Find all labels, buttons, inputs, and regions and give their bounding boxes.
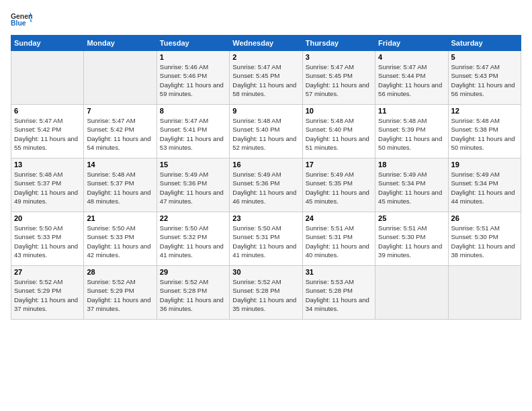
day-number: 17 — [306, 161, 372, 169]
day-info: Sunrise: 5:49 AM Sunset: 5:34 PM Dayligh… — [451, 170, 518, 205]
day-info: Sunrise: 5:51 AM Sunset: 5:30 PM Dayligh… — [451, 224, 518, 259]
day-header-monday: Monday — [84, 36, 157, 51]
day-number: 21 — [87, 214, 153, 222]
calendar-cell: 28Sunrise: 5:52 AM Sunset: 5:29 PM Dayli… — [84, 266, 157, 320]
day-info: Sunrise: 5:47 AM Sunset: 5:42 PM Dayligh… — [87, 116, 153, 152]
day-number: 5 — [451, 53, 518, 61]
calendar-cell: 17Sunrise: 5:49 AM Sunset: 5:35 PM Dayli… — [302, 158, 375, 212]
day-number: 30 — [232, 268, 299, 276]
day-number: 31 — [306, 268, 372, 276]
svg-text:Blue: Blue — [11, 19, 26, 27]
day-number: 7 — [87, 107, 153, 115]
day-number: 3 — [306, 53, 372, 61]
calendar-cell — [84, 51, 157, 105]
day-number: 2 — [232, 53, 299, 61]
calendar-cell: 21Sunrise: 5:50 AM Sunset: 5:33 PM Dayli… — [84, 212, 157, 266]
day-header-saturday: Saturday — [448, 36, 521, 51]
day-number: 13 — [14, 161, 81, 169]
day-info: Sunrise: 5:47 AM Sunset: 5:45 PM Dayligh… — [306, 62, 372, 98]
calendar-cell: 15Sunrise: 5:49 AM Sunset: 5:36 PM Dayli… — [157, 158, 229, 212]
calendar-cell — [11, 51, 84, 105]
calendar-cell: 13Sunrise: 5:48 AM Sunset: 5:37 PM Dayli… — [11, 158, 84, 212]
day-number: 8 — [160, 107, 226, 115]
day-number: 22 — [160, 214, 226, 222]
day-number: 9 — [232, 107, 299, 115]
day-number: 24 — [306, 214, 372, 222]
calendar-cell: 1Sunrise: 5:46 AM Sunset: 5:46 PM Daylig… — [157, 51, 229, 105]
calendar-cell: 26Sunrise: 5:51 AM Sunset: 5:30 PM Dayli… — [448, 212, 521, 266]
day-info: Sunrise: 5:49 AM Sunset: 5:36 PM Dayligh… — [232, 170, 299, 205]
calendar-cell: 27Sunrise: 5:52 AM Sunset: 5:29 PM Dayli… — [11, 266, 84, 320]
day-header-sunday: Sunday — [11, 36, 84, 51]
calendar-cell: 6Sunrise: 5:47 AM Sunset: 5:42 PM Daylig… — [11, 105, 84, 158]
calendar-cell: 10Sunrise: 5:48 AM Sunset: 5:40 PM Dayli… — [302, 105, 375, 158]
day-header-friday: Friday — [375, 36, 448, 51]
calendar-cell: 7Sunrise: 5:47 AM Sunset: 5:42 PM Daylig… — [84, 105, 157, 158]
day-number: 12 — [451, 107, 518, 115]
day-info: Sunrise: 5:52 AM Sunset: 5:28 PM Dayligh… — [160, 277, 226, 313]
day-info: Sunrise: 5:48 AM Sunset: 5:38 PM Dayligh… — [451, 116, 518, 152]
calendar-cell: 4Sunrise: 5:47 AM Sunset: 5:44 PM Daylig… — [375, 51, 448, 105]
calendar-cell: 11Sunrise: 5:48 AM Sunset: 5:39 PM Dayli… — [375, 105, 448, 158]
calendar-cell: 14Sunrise: 5:48 AM Sunset: 5:37 PM Dayli… — [84, 158, 157, 212]
calendar-cell: 31Sunrise: 5:53 AM Sunset: 5:28 PM Dayli… — [302, 266, 375, 320]
day-info: Sunrise: 5:47 AM Sunset: 5:42 PM Dayligh… — [14, 116, 81, 152]
calendar-cell — [448, 266, 521, 320]
calendar-cell: 9Sunrise: 5:48 AM Sunset: 5:40 PM Daylig… — [230, 105, 302, 158]
day-info: Sunrise: 5:48 AM Sunset: 5:40 PM Dayligh… — [306, 116, 372, 152]
calendar-cell: 30Sunrise: 5:52 AM Sunset: 5:28 PM Dayli… — [230, 266, 302, 320]
svg-text:General: General — [11, 13, 32, 20]
day-number: 25 — [378, 214, 445, 222]
day-info: Sunrise: 5:51 AM Sunset: 5:30 PM Dayligh… — [378, 224, 445, 259]
calendar-cell: 2Sunrise: 5:47 AM Sunset: 5:45 PM Daylig… — [230, 51, 302, 105]
calendar-body: 1Sunrise: 5:46 AM Sunset: 5:46 PM Daylig… — [11, 51, 521, 320]
day-info: Sunrise: 5:50 AM Sunset: 5:33 PM Dayligh… — [87, 224, 153, 259]
day-number: 11 — [378, 107, 445, 115]
calendar-week-4: 20Sunrise: 5:50 AM Sunset: 5:33 PM Dayli… — [11, 212, 521, 266]
day-number: 16 — [232, 161, 299, 169]
calendar-week-3: 13Sunrise: 5:48 AM Sunset: 5:37 PM Dayli… — [11, 158, 521, 212]
day-info: Sunrise: 5:48 AM Sunset: 5:37 PM Dayligh… — [14, 170, 81, 205]
calendar-cell: 3Sunrise: 5:47 AM Sunset: 5:45 PM Daylig… — [302, 51, 375, 105]
day-number: 15 — [160, 161, 226, 169]
calendar-cell: 25Sunrise: 5:51 AM Sunset: 5:30 PM Dayli… — [375, 212, 448, 266]
calendar-cell: 29Sunrise: 5:52 AM Sunset: 5:28 PM Dayli… — [157, 266, 229, 320]
calendar-week-5: 27Sunrise: 5:52 AM Sunset: 5:29 PM Dayli… — [11, 266, 521, 320]
day-info: Sunrise: 5:50 AM Sunset: 5:31 PM Dayligh… — [232, 224, 299, 259]
page-header: General Blue — [11, 11, 521, 30]
calendar-week-1: 1Sunrise: 5:46 AM Sunset: 5:46 PM Daylig… — [11, 51, 521, 105]
day-info: Sunrise: 5:48 AM Sunset: 5:37 PM Dayligh… — [87, 170, 153, 205]
calendar-cell: 16Sunrise: 5:49 AM Sunset: 5:36 PM Dayli… — [230, 158, 302, 212]
day-number: 27 — [14, 268, 81, 276]
day-number: 4 — [378, 53, 445, 61]
day-number: 14 — [87, 161, 153, 169]
day-number: 23 — [232, 214, 299, 222]
day-info: Sunrise: 5:47 AM Sunset: 5:45 PM Dayligh… — [232, 62, 299, 98]
day-header-wednesday: Wednesday — [230, 36, 302, 51]
calendar-cell: 20Sunrise: 5:50 AM Sunset: 5:33 PM Dayli… — [11, 212, 84, 266]
day-info: Sunrise: 5:48 AM Sunset: 5:39 PM Dayligh… — [378, 116, 445, 152]
day-info: Sunrise: 5:46 AM Sunset: 5:46 PM Dayligh… — [160, 62, 226, 98]
day-number: 19 — [451, 161, 518, 169]
day-number: 20 — [14, 214, 81, 222]
calendar-cell: 12Sunrise: 5:48 AM Sunset: 5:38 PM Dayli… — [448, 105, 521, 158]
calendar-cell: 8Sunrise: 5:47 AM Sunset: 5:41 PM Daylig… — [157, 105, 229, 158]
day-info: Sunrise: 5:47 AM Sunset: 5:41 PM Dayligh… — [160, 116, 226, 152]
day-number: 28 — [87, 268, 153, 276]
calendar-cell: 23Sunrise: 5:50 AM Sunset: 5:31 PM Dayli… — [230, 212, 302, 266]
day-number: 10 — [306, 107, 372, 115]
day-info: Sunrise: 5:52 AM Sunset: 5:29 PM Dayligh… — [14, 277, 81, 313]
calendar-cell: 5Sunrise: 5:47 AM Sunset: 5:43 PM Daylig… — [448, 51, 521, 105]
day-number: 18 — [378, 161, 445, 169]
calendar-cell: 22Sunrise: 5:50 AM Sunset: 5:32 PM Dayli… — [157, 212, 229, 266]
day-info: Sunrise: 5:50 AM Sunset: 5:32 PM Dayligh… — [160, 224, 226, 259]
day-info: Sunrise: 5:47 AM Sunset: 5:44 PM Dayligh… — [378, 62, 445, 98]
day-header-tuesday: Tuesday — [157, 36, 229, 51]
day-header-thursday: Thursday — [302, 36, 375, 51]
logo-icon: General Blue — [11, 11, 32, 30]
day-number: 1 — [160, 53, 226, 61]
calendar-cell: 24Sunrise: 5:51 AM Sunset: 5:31 PM Dayli… — [302, 212, 375, 266]
days-header-row: SundayMondayTuesdayWednesdayThursdayFrid… — [11, 36, 521, 51]
day-number: 29 — [160, 268, 226, 276]
calendar-cell: 18Sunrise: 5:49 AM Sunset: 5:34 PM Dayli… — [375, 158, 448, 212]
